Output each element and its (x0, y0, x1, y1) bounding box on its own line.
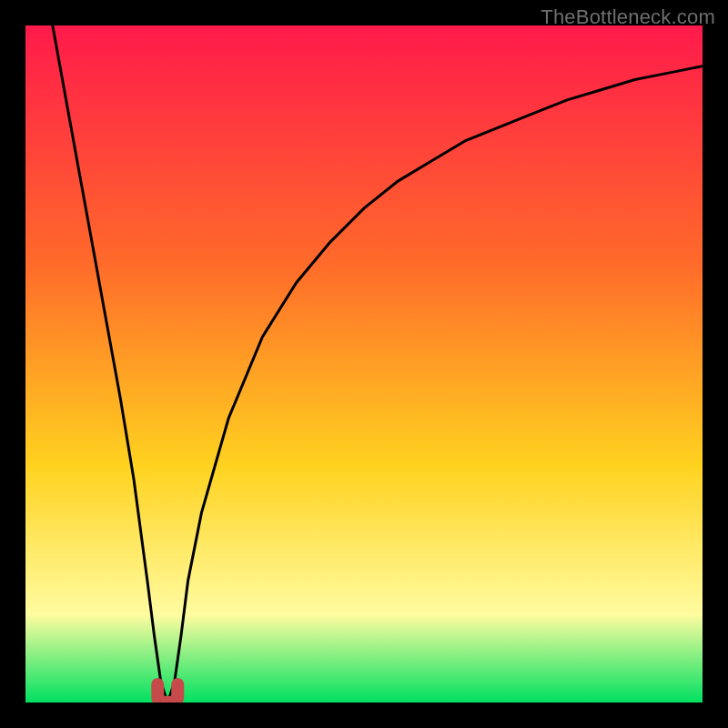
outer-frame: TheBottleneck.com (0, 0, 728, 728)
bottleneck-chart (25, 25, 703, 703)
plot-area (25, 25, 703, 703)
gradient-background (25, 25, 703, 703)
